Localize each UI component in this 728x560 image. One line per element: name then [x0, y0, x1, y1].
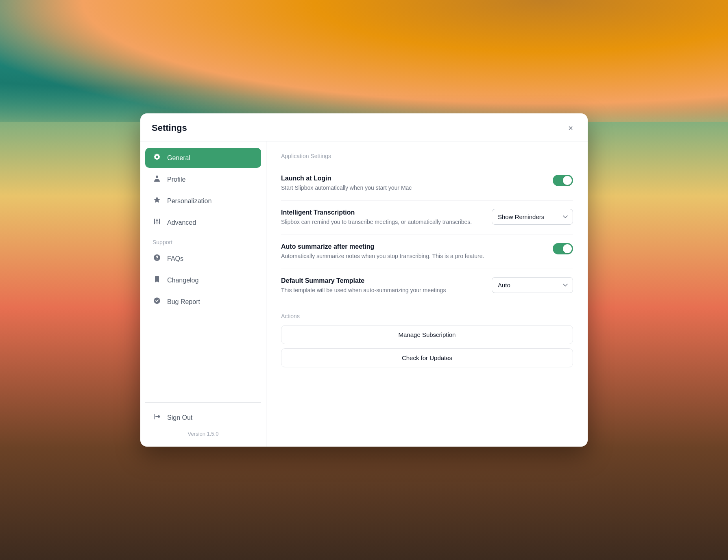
sidebar-bottom: Sign Out Version 1.5.0 — [145, 402, 261, 440]
launch-at-login-toggle-wrapper — [553, 175, 573, 186]
auto-summarize-row: Auto summarize after meeting Automatical… — [281, 235, 573, 269]
default-summary-template-row: Default Summary Template This template w… — [281, 269, 573, 303]
bug-icon — [153, 297, 161, 307]
modal-title: Settings — [152, 123, 187, 133]
sidebar-personalization-label: Personalization — [167, 198, 211, 205]
launch-at-login-text: Launch at Login Start Slipbox automatica… — [281, 175, 553, 192]
sidebar-item-advanced[interactable]: Advanced — [145, 213, 261, 232]
default-summary-template-select-wrapper: Auto Meeting Notes Action Items Summary — [492, 277, 573, 293]
sidebar-bug-report-label: Bug Report — [167, 298, 200, 306]
sign-out-icon — [153, 412, 161, 423]
intelligent-transcription-desc: Slipbox can remind you to transcribe mee… — [281, 218, 482, 226]
bookmark-icon — [153, 275, 161, 285]
gear-icon — [153, 153, 161, 163]
advanced-gear-icon — [153, 217, 161, 228]
support-section-label: Support — [145, 234, 261, 247]
auto-summarize-toggle[interactable] — [553, 243, 573, 254]
manage-subscription-button[interactable]: Manage Subscription — [281, 325, 573, 344]
default-summary-template-desc: This template will be used when auto-sum… — [281, 286, 482, 295]
modal-body: General Profile — [140, 141, 588, 447]
launch-at-login-toggle[interactable] — [553, 175, 573, 186]
default-summary-template-title: Default Summary Template — [281, 277, 482, 284]
launch-at-login-desc: Start Slipbox automatically when you sta… — [281, 184, 493, 192]
sidebar-item-faqs[interactable]: FAQs — [145, 249, 261, 269]
question-icon — [153, 254, 161, 264]
intelligent-transcription-text: Intelligent Transcription Slipbox can re… — [281, 209, 492, 226]
close-button[interactable]: × — [565, 122, 576, 134]
sidebar-advanced-label: Advanced — [167, 219, 196, 226]
intelligent-transcription-title: Intelligent Transcription — [281, 209, 482, 216]
modal-header: Settings × — [140, 113, 588, 141]
auto-summarize-desc: Automatically summarize notes when you s… — [281, 252, 493, 260]
sidebar-changelog-label: Changelog — [167, 277, 198, 284]
sidebar-profile-label: Profile — [167, 176, 185, 183]
default-summary-template-select[interactable]: Auto Meeting Notes Action Items Summary — [492, 277, 573, 293]
sidebar-item-changelog[interactable]: Changelog — [145, 270, 261, 290]
sparkle-icon — [153, 196, 161, 206]
default-summary-template-text: Default Summary Template This template w… — [281, 277, 492, 295]
sidebar-item-general[interactable]: General — [145, 148, 261, 168]
sidebar-faqs-label: FAQs — [167, 255, 183, 263]
auto-summarize-text: Auto summarize after meeting Automatical… — [281, 243, 553, 260]
sidebar-item-bug-report[interactable]: Bug Report — [145, 292, 261, 312]
sidebar-item-sign-out[interactable]: Sign Out — [145, 408, 261, 428]
auto-summarize-toggle-wrapper — [553, 243, 573, 254]
auto-summarize-title: Auto summarize after meeting — [281, 243, 543, 250]
sidebar-general-label: General — [167, 154, 190, 162]
launch-at-login-title: Launch at Login — [281, 175, 543, 182]
intelligent-transcription-select-wrapper: Show Reminders Auto Transcribe Disabled — [492, 209, 573, 225]
sign-out-label: Sign Out — [167, 414, 192, 421]
version-label: Version 1.5.0 — [145, 428, 261, 440]
sidebar-item-profile[interactable]: Profile — [145, 169, 261, 189]
sidebar-item-personalization[interactable]: Personalization — [145, 191, 261, 211]
sidebar: General Profile — [140, 141, 266, 447]
intelligent-transcription-select[interactable]: Show Reminders Auto Transcribe Disabled — [492, 209, 573, 225]
launch-at-login-row: Launch at Login Start Slipbox automatica… — [281, 167, 573, 201]
settings-content: Application Settings Launch at Login Sta… — [266, 141, 588, 447]
check-for-updates-button[interactable]: Check for Updates — [281, 348, 573, 367]
intelligent-transcription-row: Intelligent Transcription Slipbox can re… — [281, 201, 573, 235]
settings-modal: Settings × General — [140, 113, 588, 447]
person-icon — [153, 174, 161, 184]
app-settings-label: Application Settings — [281, 153, 573, 159]
actions-section: Actions Manage Subscription Check for Up… — [281, 313, 573, 367]
actions-label: Actions — [281, 313, 573, 319]
